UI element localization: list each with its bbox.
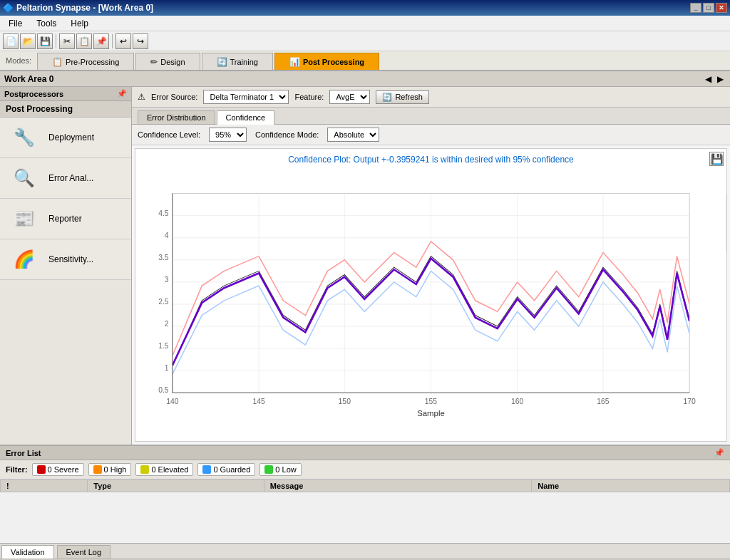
sensitivity-icon: 🌈 (7, 245, 41, 274)
tab-event-log[interactable]: Event Log (57, 545, 111, 559)
col-severity: ! (1, 480, 88, 492)
postprocessing-icon: 📊 (289, 57, 300, 67)
title-bar: 🔷 Peltarion Synapse - [Work Area 0] _ □ … (0, 0, 730, 16)
controls-bar: ⚠ Error Source: Delta Terminator 1 Featu… (132, 87, 730, 108)
filter-severe[interactable]: 0 Severe (32, 463, 84, 476)
svg-text:160: 160 (511, 398, 524, 405)
filter-high[interactable]: 0 High (88, 463, 132, 476)
confidence-mode-label: Confidence Mode: (255, 130, 319, 139)
preprocessing-icon: 📋 (52, 57, 63, 67)
svg-text:3: 3 (165, 276, 169, 284)
new-button[interactable]: 📄 (3, 33, 19, 49)
svg-text:2: 2 (165, 320, 169, 328)
title-bar-buttons: _ □ ✕ (690, 3, 727, 13)
sidebar-pin-icon[interactable]: 📌 (117, 89, 127, 98)
training-icon: 🔄 (217, 57, 227, 67)
reporter-icon: 📰 (7, 204, 41, 233)
severe-dot (37, 465, 46, 474)
main-layout: Work Area 0 ◀ ▶ Postprocessors 📌 Post Pr… (0, 71, 730, 559)
undo-button[interactable]: ↩ (115, 33, 131, 49)
reporter-label: Reporter (48, 214, 82, 224)
col-message: Message (264, 480, 531, 492)
menu-bar: File Tools Help (0, 16, 730, 31)
guarded-dot (202, 465, 211, 474)
modes-label: Modes: (0, 51, 37, 70)
confidence-mode-select[interactable]: Absolute (327, 128, 379, 142)
tab-postprocessing[interactable]: 📊 Post Processing (274, 53, 379, 70)
bottom-tabs: Validation Event Log (0, 543, 730, 559)
svg-text:140: 140 (166, 398, 179, 405)
minimize-button[interactable]: _ (690, 3, 701, 13)
toolbar-sep-1 (56, 34, 56, 48)
redo-button[interactable]: ↪ (133, 33, 148, 49)
cut-button[interactable]: ✂ (59, 33, 75, 49)
col-name: Name (532, 480, 730, 492)
toolbar-sep-2 (112, 34, 113, 48)
menu-tools[interactable]: Tools (31, 17, 62, 30)
tab-confidence[interactable]: Confidence (217, 110, 275, 125)
menu-help[interactable]: Help (65, 17, 94, 30)
error-list-header: Error List 📌 (0, 446, 730, 460)
svg-text:170: 170 (684, 398, 696, 405)
deployment-label: Deployment (48, 133, 94, 142)
mode-bar: Modes: 📋 Pre-Processing ✏ Design 🔄 Train… (0, 51, 730, 71)
nav-right[interactable]: ▶ (715, 74, 726, 84)
sensitivity-label: Sensitivity... (48, 254, 93, 264)
sub-tabs: Error Distribution Confidence (132, 108, 730, 125)
content-area: Postprocessors 📌 Post Processing 🔧 Deplo… (0, 87, 730, 445)
chart-svg-container: 0.5 1 1.5 2 2.5 3 3.5 4 4.5 140 145 150 … (135, 167, 726, 441)
maximize-button[interactable]: □ (703, 3, 714, 13)
chart-title: Confidence Plot: Output +-0.3959241 is w… (135, 149, 726, 167)
tab-design[interactable]: ✏ Design (135, 53, 200, 70)
error-table: ! Type Message Name (0, 479, 730, 543)
feature-label: Feature: (294, 93, 324, 101)
tab-training[interactable]: 🔄 Training (202, 53, 273, 70)
app-icon: 🔷 (3, 3, 14, 13)
svg-text:4: 4 (165, 232, 169, 239)
nav-left[interactable]: ◀ (703, 74, 714, 84)
tab-error-distribution[interactable]: Error Distribution (138, 110, 215, 124)
filter-bar: Filter: 0 Severe 0 High 0 Elevated 0 Gua… (0, 460, 730, 479)
sidebar-item-error-analysis[interactable]: 🔍 Error Anal... (0, 158, 131, 199)
svg-text:4.5: 4.5 (158, 209, 169, 217)
error-list-pin[interactable]: 📌 (714, 448, 724, 457)
svg-text:155: 155 (425, 398, 438, 405)
confidence-level-select[interactable]: 95% (209, 128, 247, 142)
open-button[interactable]: 📂 (20, 33, 36, 49)
toolbar: 📄 📂 💾 ✂ 📋 📌 ↩ ↪ (0, 31, 730, 51)
tab-preprocessing[interactable]: 📋 Pre-Processing (37, 53, 134, 70)
filter-guarded[interactable]: 0 Guarded (197, 463, 255, 476)
work-area-header: Work Area 0 ◀ ▶ (0, 71, 730, 87)
nav-arrows: ◀ ▶ (703, 74, 726, 84)
sidebar-item-sensitivity[interactable]: 🌈 Sensitivity... (0, 239, 131, 280)
error-list-title: Error List (6, 449, 41, 457)
close-button[interactable]: ✕ (716, 3, 727, 13)
confidence-level-label: Confidence Level: (138, 130, 200, 139)
svg-text:2.5: 2.5 (158, 298, 169, 306)
filter-low[interactable]: 0 Low (259, 463, 301, 476)
bottom-panel: Error List 📌 Filter: 0 Severe 0 High 0 E… (0, 445, 730, 559)
low-dot (264, 465, 273, 474)
paste-button[interactable]: 📌 (93, 33, 109, 49)
sidebar-item-deployment[interactable]: 🔧 Deployment (0, 118, 131, 158)
menu-file[interactable]: File (3, 17, 28, 30)
save-chart-button[interactable]: 💾 (709, 152, 724, 166)
tab-validation[interactable]: Validation (1, 545, 54, 559)
chart-svg: 0.5 1 1.5 2 2.5 3 3.5 4 4.5 140 145 150 … (135, 167, 726, 441)
error-analysis-label: Error Anal... (48, 173, 93, 183)
save-button[interactable]: 💾 (37, 33, 53, 49)
filter-elevated[interactable]: 0 Elevated (135, 463, 193, 476)
copy-button[interactable]: 📋 (76, 33, 92, 49)
error-source-label: Error Source: (151, 93, 197, 101)
sidebar-title-text: Postprocessors (4, 90, 63, 98)
svg-text:0.5: 0.5 (158, 386, 169, 394)
title-bar-left: 🔷 Peltarion Synapse - [Work Area 0] (3, 3, 153, 13)
sidebar-item-reporter[interactable]: 📰 Reporter (0, 199, 131, 239)
sidebar-header: Postprocessors 📌 (0, 87, 131, 101)
svg-text:1.5: 1.5 (158, 342, 169, 350)
feature-select[interactable]: AvgE (329, 90, 370, 104)
deployment-icon: 🔧 (7, 123, 41, 152)
error-source-select[interactable]: Delta Terminator 1 (203, 90, 289, 104)
high-dot (93, 465, 102, 474)
refresh-button[interactable]: 🔄 Refresh (376, 90, 429, 104)
